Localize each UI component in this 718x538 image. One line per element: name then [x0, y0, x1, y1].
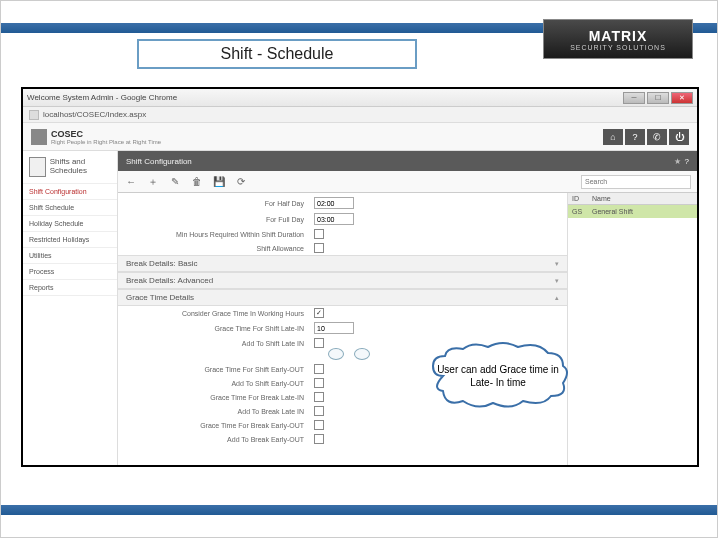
- chevron-up-icon: ▴: [555, 294, 559, 302]
- check-add-early-out[interactable]: [314, 378, 324, 388]
- sidebar-item-holiday-schedule[interactable]: Holiday Schedule: [23, 216, 117, 232]
- row-late-in: Grace Time For Shift Late-IN: [118, 320, 567, 336]
- list-row[interactable]: GS General Shift: [568, 205, 697, 218]
- form-area: For Half Day For Full Day Min Hours Requ…: [118, 193, 567, 467]
- add-icon[interactable]: ＋: [146, 175, 160, 189]
- title-right-icons: ★ ?: [674, 157, 689, 166]
- label-add-break-late-in: Add To Break Late IN: [124, 408, 314, 415]
- row-min-hours: Min Hours Required Within Shift Duration: [118, 227, 567, 241]
- slide-title: Shift - Schedule: [221, 45, 334, 63]
- bottom-stripe: [1, 505, 717, 515]
- main-titlebar: Shift Configuration ★ ?: [118, 151, 697, 171]
- section-grace-label: Grace Time Details: [126, 293, 194, 302]
- help-icon[interactable]: ?: [625, 129, 645, 145]
- input-late-in[interactable]: [314, 322, 354, 334]
- sidebar-item-reports[interactable]: Reports: [23, 280, 117, 296]
- app-name: COSEC: [51, 129, 161, 139]
- input-half-day[interactable]: [314, 197, 354, 209]
- check-break-early-out[interactable]: [314, 420, 324, 430]
- check-shift-allowance[interactable]: [314, 243, 324, 253]
- list-header: ID Name: [568, 193, 697, 205]
- phone-icon[interactable]: ✆: [647, 129, 667, 145]
- list-row-id: GS: [572, 208, 592, 215]
- input-full-day[interactable]: [314, 213, 354, 225]
- list-area: ID Name GS General Shift: [567, 193, 697, 467]
- label-late-in: Grace Time For Shift Late-IN: [124, 325, 314, 332]
- sidebar-item-utilities[interactable]: Utilities: [23, 248, 117, 264]
- check-early-out[interactable]: [314, 364, 324, 374]
- section-break-adv-label: Break Details: Advanced: [126, 276, 213, 285]
- label-add-early-out: Add To Shift Early-OUT: [124, 380, 314, 387]
- main-panel: Shift Configuration ★ ? ← ＋ ✎ 🗑 💾 ⟳: [118, 151, 697, 467]
- callout-text: User can add Grace time in Late- In time: [423, 359, 573, 393]
- logo-main-text: MATRIX: [589, 28, 648, 44]
- search-input[interactable]: [581, 175, 691, 189]
- check-consider-grace[interactable]: ✓: [314, 308, 324, 318]
- screenshot-frame: Welcome System Admin - Google Chrome ─ ☐…: [21, 87, 699, 467]
- label-early-out: Grace Time For Shift Early-OUT: [124, 366, 314, 373]
- list-row-name: General Shift: [592, 208, 633, 215]
- star-icon[interactable]: ★: [674, 157, 681, 166]
- sidebar-item-shift-config[interactable]: Shift Configuration: [23, 184, 117, 200]
- chrome-title: Welcome System Admin - Google Chrome: [27, 93, 177, 102]
- app-tagline: Right People in Right Place at Right Tim…: [51, 139, 161, 145]
- close-button[interactable]: ✕: [671, 92, 693, 104]
- slide: MATRIX SECURITY SOLUTIONS Shift - Schedu…: [0, 0, 718, 538]
- row-shift-allowance: Shift Allowance: [118, 241, 567, 255]
- help-small-icon[interactable]: ?: [685, 157, 689, 166]
- window-buttons: ─ ☐ ✕: [623, 92, 693, 104]
- sidebar-head: Shifts and Schedules: [23, 151, 117, 184]
- row-break-early-out: Grace Time For Break Early-OUT: [118, 418, 567, 432]
- label-half-day: For Half Day: [124, 200, 314, 207]
- toolbar: ← ＋ ✎ 🗑 💾 ⟳: [118, 171, 697, 193]
- check-add-break-early-out[interactable]: [314, 434, 324, 444]
- chrome-titlebar: Welcome System Admin - Google Chrome ─ ☐…: [23, 89, 697, 107]
- header-icons: ⌂ ? ✆ ⏻: [603, 129, 689, 145]
- section-break-adv[interactable]: Break Details: Advanced ▾: [118, 272, 567, 289]
- clipboard-icon: [29, 157, 46, 177]
- label-consider-grace: Consider Grace Time In Working Hours: [124, 310, 314, 317]
- label-min-hours: Min Hours Required Within Shift Duration: [124, 231, 314, 238]
- row-half-day: For Half Day: [118, 195, 567, 211]
- logo-sub-text: SECURITY SOLUTIONS: [570, 44, 666, 51]
- back-icon[interactable]: ←: [124, 175, 138, 189]
- check-add-break-late-in[interactable]: [314, 406, 324, 416]
- sidebar: Shifts and Schedules Shift Configuration…: [23, 151, 118, 467]
- edit-icon[interactable]: ✎: [168, 175, 182, 189]
- main-body: For Half Day For Full Day Min Hours Requ…: [118, 193, 697, 467]
- label-add-late-in: Add To Shift Late IN: [124, 340, 314, 347]
- home-icon[interactable]: ⌂: [603, 129, 623, 145]
- list-col-name: Name: [592, 195, 611, 202]
- section-break-basic[interactable]: Break Details: Basic ▾: [118, 255, 567, 272]
- chevron-down-icon: ▾: [555, 277, 559, 285]
- list-col-id: ID: [572, 195, 592, 202]
- minimize-button[interactable]: ─: [623, 92, 645, 104]
- refresh-icon[interactable]: ⟳: [234, 175, 248, 189]
- app-logo-icon: [31, 129, 47, 145]
- power-icon[interactable]: ⏻: [669, 129, 689, 145]
- url-text: localhost/COSEC/Index.aspx: [43, 110, 146, 119]
- page-icon: [29, 110, 39, 120]
- sidebar-item-shift-schedule[interactable]: Shift Schedule: [23, 200, 117, 216]
- check-break-late-in[interactable]: [314, 392, 324, 402]
- maximize-button[interactable]: ☐: [647, 92, 669, 104]
- label-break-late-in: Grace Time For Break Late-IN: [124, 394, 314, 401]
- sidebar-item-process[interactable]: Process: [23, 264, 117, 280]
- row-full-day: For Full Day: [118, 211, 567, 227]
- app-header: COSEC Right People in Right Place at Rig…: [23, 123, 697, 151]
- sidebar-title: Shifts and Schedules: [50, 158, 111, 176]
- section-grace[interactable]: Grace Time Details ▴: [118, 289, 567, 306]
- chevron-down-icon: ▾: [555, 260, 559, 268]
- label-full-day: For Full Day: [124, 216, 314, 223]
- sidebar-item-restricted-holidays[interactable]: Restricted Holidays: [23, 232, 117, 248]
- url-bar[interactable]: localhost/COSEC/Index.aspx: [23, 107, 697, 123]
- app-text-block: COSEC Right People in Right Place at Rig…: [51, 129, 161, 145]
- check-add-late-in[interactable]: [314, 338, 324, 348]
- matrix-logo: MATRIX SECURITY SOLUTIONS: [543, 19, 693, 59]
- save-icon[interactable]: 💾: [212, 175, 226, 189]
- label-shift-allowance: Shift Allowance: [124, 245, 314, 252]
- delete-icon[interactable]: 🗑: [190, 175, 204, 189]
- check-min-hours[interactable]: [314, 229, 324, 239]
- section-break-basic-label: Break Details: Basic: [126, 259, 198, 268]
- row-consider-grace: Consider Grace Time In Working Hours ✓: [118, 306, 567, 320]
